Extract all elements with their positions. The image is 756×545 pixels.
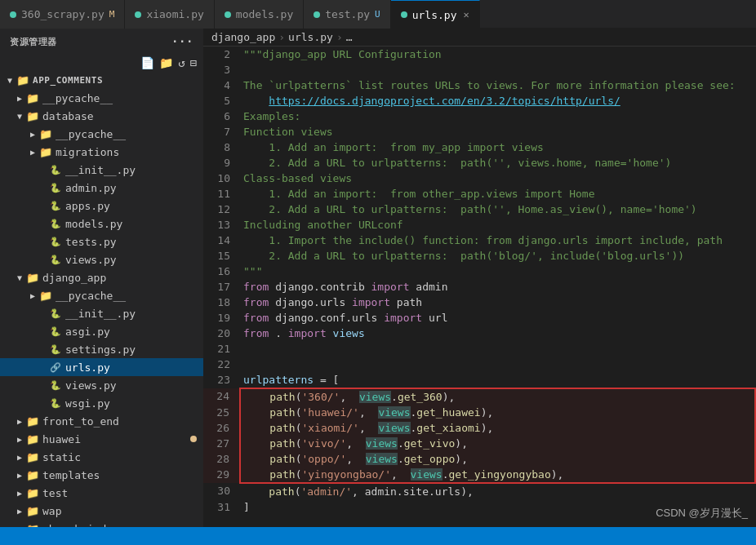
code-line-29: 29 path('yingyongbao/', views.get_yingyo… — [203, 467, 755, 483]
tree-item-settings[interactable]: ▶ 🐍 settings.py — [0, 340, 203, 358]
tree-item-migrations[interactable]: ▶ 📁 migrations — [0, 143, 203, 161]
tab-label-scrapy: 360_scrapy.py — [21, 8, 105, 20]
tab-models[interactable]: models.py — [215, 0, 304, 29]
py-icon-init1: 🐍 — [49, 165, 62, 175]
py-icon-models: 🐍 — [49, 219, 62, 229]
modified-dot-huawei — [190, 436, 197, 442]
line-code-15: 2. Add a URL to urlpatterns: path('blog/… — [240, 248, 755, 264]
breadcrumb-sep2: › — [336, 31, 343, 43]
tab-close-urls[interactable]: ✕ — [464, 9, 469, 20]
tree-item-pycache1[interactable]: ▶ 📁 __pycache__ — [0, 89, 203, 107]
code-line-19: 19 from django.conf.urls import url — [203, 310, 755, 326]
line-code-5: https://docs.djangoproject.com/en/3.2/to… — [240, 93, 755, 109]
chevron-front-to-end: ▶ — [13, 414, 26, 428]
tree-item-asgi[interactable]: ▶ 🐍 asgi.py — [0, 322, 203, 340]
tab-bar: 360_scrapy.py M xiaomi.py models.py test… — [0, 0, 756, 29]
tree-item-init2[interactable]: ▶ 🐍 __init__.py — [0, 304, 203, 322]
line-num-16: 16 — [203, 264, 240, 279]
code-line-2: 2 """django_app URL Configuration — [203, 47, 755, 62]
py-icon-views1: 🐍 — [49, 255, 62, 265]
code-line-23: 23 urlpatterns = [ — [203, 372, 755, 388]
tab-label-models: models.py — [236, 8, 293, 20]
line-code-18: from django.urls import path — [240, 295, 755, 310]
new-file-icon[interactable]: 📄 — [140, 56, 154, 69]
py-icon-admin: 🐍 — [49, 183, 62, 193]
tree-item-apps[interactable]: ▶ 🐍 apps.py — [0, 197, 203, 215]
code-line-13: 13 Including another URLconf — [203, 217, 755, 233]
line-num-14: 14 — [203, 233, 240, 248]
tree-item-templates[interactable]: ▶ 📁 templates — [0, 466, 203, 484]
folder-icon-huawei: 📁 — [26, 433, 39, 445]
line-num-15: 15 — [203, 248, 240, 264]
line-code-26: path('xiaomi/', views.get_xiaomi), — [240, 420, 755, 436]
tree-item-wap[interactable]: ▶ 📁 wap — [0, 502, 203, 520]
chevron-migrations: ▶ — [26, 145, 39, 158]
watermark: CSDN @岁月漫长_ — [656, 506, 748, 521]
line-num-25: 25 — [203, 405, 240, 420]
tree-label-app-comments: APP_COMMENTS — [33, 75, 103, 86]
main-layout: 资源管理器 ··· 📄 📁 ↺ ⊟ ▼ 📁 APP_COMMENTS ▶ 📁 _ — [0, 29, 756, 527]
py-icon-apps: 🐍 — [49, 201, 62, 211]
tree-label-front-to-end: front_to_end — [42, 415, 119, 428]
tree-item-models[interactable]: ▶ 🐍 models.py — [0, 215, 203, 233]
tree-item-wsgi[interactable]: ▶ 🐍 wsgi.py — [0, 394, 203, 412]
code-line-28: 28 path('oppo/', views.get_oppo), — [203, 451, 755, 467]
tree-item-init1[interactable]: ▶ 🐍 __init__.py — [0, 161, 203, 179]
tab-label-test: test.py — [325, 8, 370, 20]
line-num-5: 5 — [203, 93, 240, 109]
more-icon[interactable]: ··· — [171, 35, 193, 48]
line-code-6: Examples: — [240, 109, 755, 124]
folder-icon-database: 📁 — [26, 110, 39, 122]
tab-urls[interactable]: urls.py ✕ — [391, 0, 480, 29]
tree-label-database: database — [42, 110, 94, 122]
tree-item-admin[interactable]: ▶ 🐍 admin.py — [0, 179, 203, 197]
code-line-5: 5 https://docs.djangoproject.com/en/3.2/… — [203, 93, 755, 109]
tree-label-wap: wap — [42, 505, 61, 517]
tree-item-views2[interactable]: ▶ 🐍 views.py — [0, 376, 203, 394]
tree-label-apps: apps.py — [65, 200, 110, 212]
line-num-20: 20 — [203, 326, 240, 341]
tab-360scrapy[interactable]: 360_scrapy.py M — [0, 0, 125, 29]
tree-item-urls[interactable]: ▶ 🔗 urls.py — [0, 358, 203, 376]
line-num-27: 27 — [203, 436, 240, 451]
tree-item-app-comments[interactable]: ▼ 📁 APP_COMMENTS — [0, 71, 203, 89]
tree-item-views1[interactable]: ▶ 🐍 views.py — [0, 250, 203, 268]
tree-item-tests[interactable]: ▶ 🐍 tests.py — [0, 233, 203, 250]
breadcrumb: django_app › urls.py › … — [203, 29, 756, 47]
line-code-23: urlpatterns = [ — [240, 372, 755, 388]
sidebar: 资源管理器 ··· 📄 📁 ↺ ⊟ ▼ 📁 APP_COMMENTS ▶ 📁 _ — [0, 29, 203, 527]
line-code-13: Including another URLconf — [240, 217, 755, 233]
tree-item-pycache2[interactable]: ▶ 📁 __pycache__ — [0, 125, 203, 143]
code-table: 2 """django_app URL Configuration 3 4 Th… — [203, 47, 756, 515]
tree-item-whoosh[interactable]: ▶ 📁 whoosh_index — [0, 520, 203, 527]
line-num-23: 23 — [203, 372, 240, 388]
line-code-8: 1. Add an import: from my_app import vie… — [240, 140, 755, 155]
new-folder-icon[interactable]: 📁 — [159, 56, 173, 69]
tree-item-front-to-end[interactable]: ▶ 📁 front_to_end — [0, 412, 203, 430]
code-line-22: 22 — [203, 357, 755, 372]
tree-item-huawei[interactable]: ▶ 📁 huawei — [0, 430, 203, 448]
tree-label-pycache3: __pycache__ — [56, 290, 126, 302]
chevron-wap: ▶ — [13, 504, 26, 517]
line-code-4: The `urlpatterns` list routes URLs to vi… — [240, 78, 755, 93]
code-line-17: 17 from django.contrib import admin — [203, 279, 755, 295]
tree-item-database[interactable]: ▼ 📁 database — [0, 107, 203, 125]
collapse-icon[interactable]: ⊟ — [190, 56, 197, 69]
tab-xiaomi[interactable]: xiaomi.py — [125, 0, 214, 29]
tab-test[interactable]: test.py U — [304, 0, 390, 29]
tree-item-django-app[interactable]: ▼ 📁 django_app — [0, 268, 203, 286]
code-editor[interactable]: 2 """django_app URL Configuration 3 4 Th… — [203, 47, 756, 527]
tree-label-wsgi: wsgi.py — [65, 397, 110, 410]
refresh-icon[interactable]: ↺ — [178, 56, 185, 69]
status-bar — [0, 527, 756, 545]
tab-label-xiaomi: xiaomi.py — [146, 8, 203, 20]
tree-item-static[interactable]: ▶ 📁 static — [0, 448, 203, 466]
sidebar-header: 资源管理器 ··· — [0, 29, 203, 55]
line-num-12: 12 — [203, 202, 240, 217]
tree-item-test-folder[interactable]: ▶ 📁 test — [0, 484, 203, 502]
line-code-7: Function views — [240, 124, 755, 140]
editor-area: django_app › urls.py › … 2 """django_app… — [203, 29, 756, 527]
folder-icon-templates: 📁 — [26, 469, 39, 481]
tree-item-pycache3[interactable]: ▶ 📁 __pycache__ — [0, 286, 203, 304]
chevron-pycache2: ▶ — [26, 127, 39, 140]
